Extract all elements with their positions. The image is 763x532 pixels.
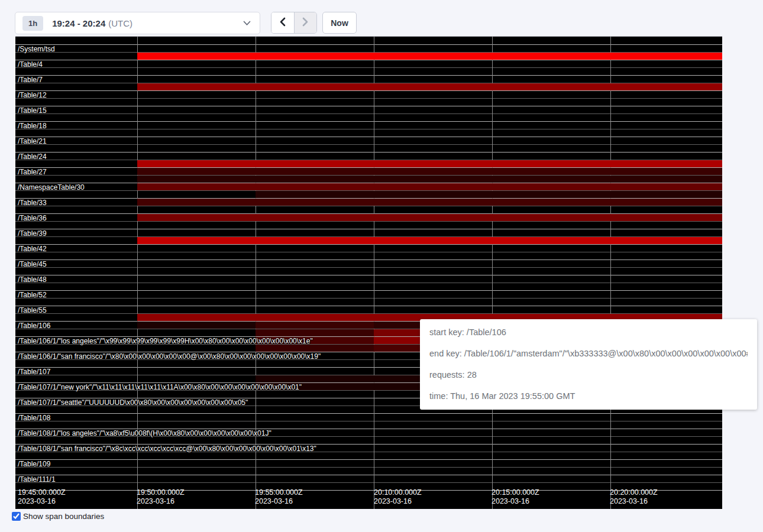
heat-band[interactable] [137, 53, 722, 60]
heat-band[interactable] [137, 176, 722, 183]
span-key-label: /Table/12 [18, 91, 47, 99]
heatmap-span-row[interactable] [15, 236, 722, 244]
heatmap-span-row[interactable] [15, 221, 722, 229]
heatmap-span-row[interactable]: /Table/48 [15, 275, 722, 283]
heatmap-span-row[interactable]: /Table/7 [15, 75, 722, 83]
heatmap-span-row[interactable]: /Table/36 [15, 213, 722, 221]
heatmap-span[interactable]: /Table/48 [15, 275, 722, 290]
heatmap-span-row[interactable]: /Table/12 [15, 90, 722, 98]
span-key-label: /Table/7 [18, 76, 43, 84]
heatmap-span-row[interactable] [15, 190, 722, 198]
heatmap-span[interactable]: /Table/42 [15, 244, 722, 259]
heatmap-span-row[interactable] [15, 83, 722, 90]
heatmap-span-row[interactable] [15, 129, 722, 137]
span-boundaries-label[interactable]: Show span boundaries [23, 512, 104, 521]
heatmap-span-row[interactable]: /NamespaceTable/30 [15, 183, 722, 190]
heatmap-span-row[interactable] [15, 144, 722, 152]
span-key-label: /Table/107/1/"new york"/"\x11\x11\x11\x1… [18, 383, 302, 391]
heat-band[interactable] [137, 199, 722, 206]
time-range-select[interactable]: 1h 19:24 - 20:24 (UTC) [15, 12, 260, 34]
heatmap-span-row[interactable]: /Table/24 [15, 152, 722, 160]
heatmap-span-row[interactable] [15, 467, 722, 475]
time-range-label: 19:24 - 20:24 [52, 18, 105, 28]
span-boundaries-control: Show span boundaries [12, 512, 104, 521]
heatmap-span-row[interactable]: /Table/108/1/"san francisco"/"\x8c\xcc\x… [15, 444, 722, 452]
heatmap-span[interactable]: /Table/39 [15, 229, 722, 244]
heatmap-span-row[interactable] [15, 252, 722, 259]
heatmap-span[interactable]: /System/tsd [15, 44, 722, 60]
heatmap-span-row[interactable]: /Table/55 [15, 306, 722, 313]
heatmap-span-row[interactable] [15, 283, 722, 290]
heatmap-span[interactable]: /Table/45 [15, 259, 722, 275]
heatmap-span-row[interactable]: /Table/109 [15, 459, 722, 467]
heatmap-span[interactable]: /Table/109 [15, 459, 722, 475]
heatmap-span-row[interactable]: /System/tsd [15, 44, 722, 52]
heat-band[interactable] [256, 322, 374, 329]
heatmap-span-row[interactable]: /Table/21 [15, 137, 722, 144]
heatmap-canvas[interactable]: /System/tsd/Table/4/Table/7/Table/12/Tab… [15, 36, 722, 509]
heatmap-span-row[interactable]: /Table/108 [15, 413, 722, 421]
heatmap-span-row[interactable]: /Table/33 [15, 198, 722, 206]
heatmap-span[interactable]: /Table/27 [15, 167, 722, 183]
heat-band[interactable] [137, 160, 722, 167]
heatmap-span-row[interactable]: /Table/4 [15, 60, 722, 67]
heatmap-span-row[interactable] [15, 160, 722, 167]
heatmap-span[interactable]: /Table/4 [15, 60, 722, 75]
chevron-down-icon [243, 21, 251, 26]
heatmap-span-row[interactable]: /Table/39 [15, 229, 722, 236]
prev-time-button[interactable] [271, 12, 295, 33]
heat-band[interactable] [137, 83, 722, 90]
heatmap-span[interactable]: /Table/108/1/"los angeles"/"\xa8\xf5\u00… [15, 429, 722, 444]
next-time-button-disabled[interactable] [295, 12, 317, 33]
span-boundaries-checkbox[interactable] [12, 512, 21, 521]
heatmap-span-row[interactable]: /Table/15 [15, 106, 722, 113]
heat-band[interactable] [137, 214, 722, 221]
heatmap-span[interactable]: /Table/12 [15, 90, 722, 106]
heatmap-span-row[interactable] [15, 52, 722, 60]
heat-band[interactable] [137, 237, 722, 244]
span-key-label: /Table/108/1/"san francisco"/"\x8c\xcc\x… [18, 445, 316, 453]
heatmap-span[interactable]: /Table/108/1/"san francisco"/"\x8c\xcc\x… [15, 444, 722, 459]
heatmap-span-row[interactable] [15, 98, 722, 106]
now-button[interactable]: Now [322, 12, 357, 34]
heatmap-span[interactable]: /Table/15 [15, 106, 722, 121]
heatmap-span[interactable]: /NamespaceTable/30 [15, 183, 722, 198]
span-key-label: /Table/39 [18, 229, 47, 238]
tick-date: 2023-03-16 [137, 497, 185, 506]
heat-band[interactable] [137, 322, 256, 329]
heatmap-span[interactable]: /Table/33 [15, 198, 722, 213]
heatmap-span-row[interactable] [15, 67, 722, 75]
heatmap-span-row[interactable]: /Table/45 [15, 259, 722, 267]
heatmap-span-row[interactable] [15, 421, 722, 429]
heatmap-span-row[interactable]: /Table/108/1/"los angeles"/"\xa8\xf5\u00… [15, 429, 722, 436]
heatmap-span[interactable]: /Table/36 [15, 213, 722, 229]
heatmap-span[interactable]: /Table/108 [15, 413, 722, 429]
heatmap-span[interactable]: /Table/21 [15, 137, 722, 152]
heat-band[interactable] [256, 345, 374, 352]
heatmap-span-row[interactable]: /Table/18 [15, 121, 722, 129]
span-key-label: /Table/106/1/"san francisco"/"\x80\x00\x… [18, 352, 321, 361]
heatmap-span-row[interactable]: /Table/42 [15, 244, 722, 252]
heatmap-span-row[interactable] [15, 175, 722, 183]
heatmap-span-row[interactable]: /Table/111/1 [15, 475, 722, 482]
tick-date: 2023-03-16 [492, 497, 539, 506]
span-key-label: /System/tsd [18, 45, 55, 53]
heat-band[interactable] [137, 183, 722, 190]
heatmap-span-row[interactable] [15, 298, 722, 306]
heat-band[interactable] [256, 329, 374, 336]
time-gridline [256, 37, 256, 509]
heatmap-span-row[interactable] [15, 113, 722, 121]
span-key-label: /Table/109 [18, 460, 50, 468]
heat-band[interactable] [256, 191, 722, 198]
heatmap-span[interactable]: /Table/52 [15, 290, 722, 306]
heatmap-span[interactable]: /Table/7 [15, 75, 722, 90]
heatmap-span-row[interactable]: /Table/27 [15, 167, 722, 175]
heatmap-span-row[interactable] [15, 267, 722, 275]
span-key-label: /Table/106 [18, 322, 50, 330]
heatmap-span[interactable]: /Table/24 [15, 152, 722, 167]
time-gridline [492, 37, 493, 509]
heatmap-span[interactable]: /Table/18 [15, 121, 722, 137]
heatmap-span-row[interactable]: /Table/52 [15, 290, 722, 298]
heat-band[interactable] [137, 168, 722, 175]
heatmap-span-row[interactable] [15, 206, 722, 213]
